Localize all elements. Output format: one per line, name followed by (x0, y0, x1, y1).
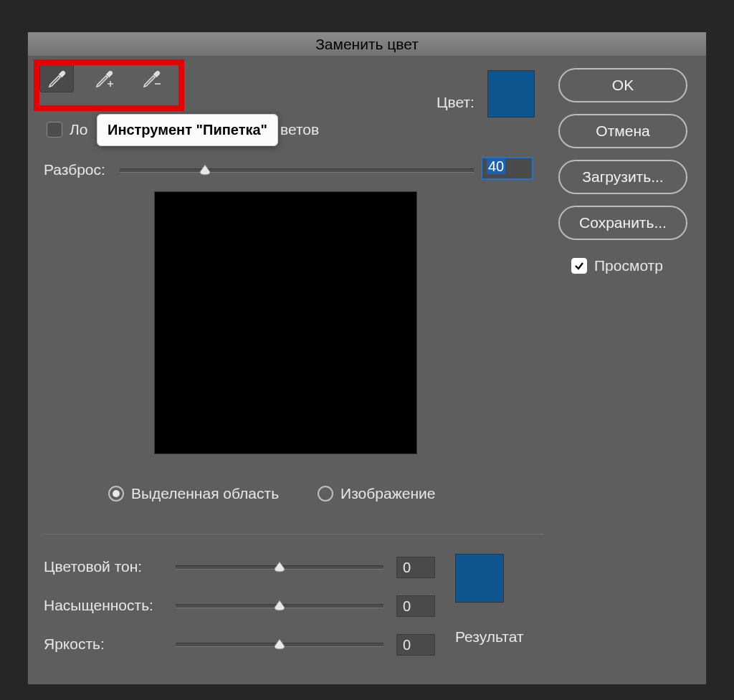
dialog-buttons: OK Отмена Загрузить... Сохранить... Прос… (558, 68, 687, 274)
slider-handle-icon (199, 163, 211, 176)
color-label: Цвет: (437, 94, 475, 111)
saturation-input[interactable] (396, 595, 435, 617)
color-swatch[interactable] (487, 70, 535, 118)
hue-label: Цветовой тон: (44, 558, 142, 575)
localized-clusters-label-prefix: Ло (70, 121, 87, 138)
hue-slider-track[interactable] (176, 565, 383, 570)
slider-handle-icon (273, 599, 286, 612)
saturation-slider-handle[interactable] (273, 599, 286, 612)
load-button[interactable]: Загрузить... (558, 160, 687, 194)
radio-selection[interactable]: Выделенная область (108, 485, 279, 502)
lightness-label: Яркость: (44, 636, 105, 653)
preview-checkbox-label: Просмотр (594, 257, 663, 274)
selection-preview (154, 191, 417, 454)
radio-image-label: Изображение (340, 485, 435, 502)
eyedropper-add-button[interactable] (87, 64, 121, 92)
slider-handle-icon (273, 638, 286, 651)
eyedropper-toolbar (39, 64, 168, 92)
localized-clusters-checkbox[interactable] (47, 122, 62, 138)
preview-checkbox-row: Просмотр (558, 257, 687, 274)
saturation-slider-track[interactable] (176, 604, 383, 608)
localized-clusters-label-suffix: ветов (280, 121, 319, 138)
hue-input[interactable] (396, 557, 435, 578)
localized-clusters-row: Ло (47, 121, 87, 138)
eyedropper-plus-icon (93, 67, 115, 89)
dialog-content: Инструмент "Пипетка" Ло ветов Цвет: Разб… (28, 57, 706, 684)
dialog-title: Заменить цвет (28, 32, 706, 57)
radio-selection-indicator (108, 486, 124, 502)
result-label: Результат (455, 628, 524, 646)
radio-image[interactable]: Изображение (318, 485, 435, 502)
lightness-slider-handle[interactable] (273, 638, 286, 651)
eyedropper-tooltip: Инструмент "Пипетка" (97, 114, 278, 146)
cancel-button[interactable]: Отмена (558, 114, 687, 148)
replace-color-dialog: Заменить цвет (27, 32, 707, 685)
result-swatch[interactable] (455, 554, 504, 603)
eyedropper-subtract-button[interactable] (134, 64, 168, 92)
eyedropper-minus-icon (140, 67, 162, 89)
lightness-input[interactable] (396, 634, 435, 656)
fuzziness-slider-handle[interactable] (199, 163, 211, 176)
preview-checkbox[interactable] (571, 258, 587, 274)
fuzziness-slider-track[interactable] (120, 168, 474, 173)
saturation-label: Насыщенность: (44, 597, 153, 614)
preview-mode-radio-group: Выделенная область Изображение (108, 485, 435, 502)
ok-button[interactable]: OK (558, 68, 687, 102)
save-button[interactable]: Сохранить... (558, 206, 687, 240)
slider-handle-icon (273, 560, 286, 573)
fuzziness-input[interactable]: 40 (481, 157, 533, 180)
lightness-slider-track[interactable] (176, 643, 383, 647)
radio-selection-label: Выделенная область (131, 485, 279, 502)
check-icon (573, 260, 585, 272)
separator (42, 534, 544, 534)
eyedropper-icon (46, 67, 67, 89)
hue-slider-handle[interactable] (273, 560, 286, 573)
radio-image-indicator (318, 486, 333, 502)
fuzziness-label: Разброс: (44, 161, 105, 178)
eyedropper-button[interactable] (39, 64, 74, 92)
